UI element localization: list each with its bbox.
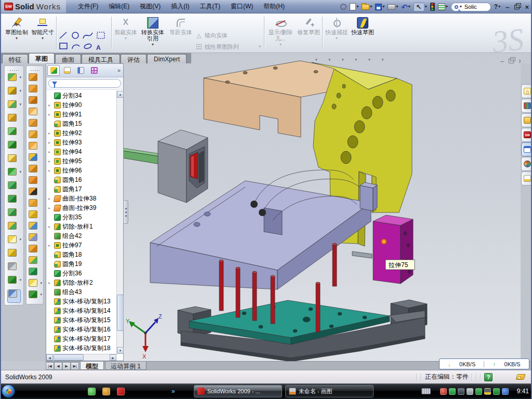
parting-line-icon[interactable]: ▾ — [28, 153, 42, 165]
panel-chevron[interactable]: » — [117, 67, 122, 73]
tree-item[interactable]: ▸ 分割34 — [46, 91, 116, 100]
scroll-up-button[interactable]: ▲ — [117, 91, 124, 98]
cosmetic-thread-icon[interactable]: ▾ — [7, 235, 21, 249]
propertymanager-tab[interactable] — [61, 65, 73, 76]
tree-item[interactable]: ▸ 实体-移动/复制17 — [46, 334, 116, 343]
sketch-button[interactable]: 草图绘制▾ — [4, 16, 29, 51]
zoom-to-selection-icon[interactable]: ▾ — [280, 56, 291, 64]
panel-splitter-handle[interactable]: ◀◀◀ — [124, 200, 128, 224]
tree-item[interactable]: ▸ 拉伸96 — [46, 166, 116, 175]
offset-entities-button[interactable]: 等距实体 — [168, 16, 193, 51]
appearances-tab[interactable] — [521, 157, 532, 171]
pin-icon[interactable] — [340, 4, 347, 10]
parting-surface-icon[interactable]: ▾ — [28, 233, 42, 245]
boss-icon[interactable]: ▾ — [7, 127, 21, 141]
study-tab[interactable]: 运动算例 1 — [105, 362, 147, 370]
update-tray-icon[interactable] — [458, 388, 464, 395]
tree-item[interactable]: ▸ 分割36 — [46, 269, 116, 278]
horizontal-scroll-thumb[interactable] — [54, 354, 84, 361]
quick-launch-overflow[interactable]: » — [171, 388, 175, 395]
part-slide-block[interactable] — [373, 215, 413, 284]
part-insert-small[interactable] — [360, 182, 377, 211]
display-delete-relations-button[interactable]: 显示/删除几...▾ — [267, 16, 294, 51]
scene-icon[interactable]: ▾ — [360, 56, 370, 64]
convert-entities-button[interactable]: 转换实体引用▾ — [139, 16, 166, 51]
taskbar-clock[interactable]: 9:41 — [517, 388, 529, 395]
tree-item[interactable]: ▸ 圆角15 — [46, 119, 116, 128]
tree-item[interactable]: ▸ 分割35 — [46, 212, 116, 222]
mirror-entities-button[interactable]: △ 镜向实体 — [195, 30, 228, 41]
tree-item[interactable]: ▸ 圆角19 — [46, 259, 116, 269]
surface-swap-icon[interactable]: ▾ — [28, 119, 42, 130]
surface-stack-icon[interactable]: ▾ — [28, 165, 42, 176]
options-button[interactable]: ▾ — [438, 4, 448, 10]
search-box[interactable]: ▾ — [451, 3, 491, 11]
delete-face-icon[interactable]: ▾ — [28, 188, 42, 199]
tree-item[interactable]: ▸ 圆角17 — [46, 184, 116, 194]
protection-tray-icon[interactable] — [493, 388, 500, 395]
tree-item[interactable]: ▸ 拉伸93 — [46, 138, 116, 147]
minimize-button[interactable]: – — [503, 4, 511, 10]
split-feature-icon[interactable]: ▾ — [7, 208, 21, 222]
reference-plane-icon[interactable]: ▾ — [7, 249, 21, 262]
tree-item[interactable]: ▸ 拉伸94 — [46, 147, 116, 156]
mold-fillet-icon[interactable]: ▾ — [28, 256, 42, 268]
swept-surface-icon[interactable]: ▾ — [28, 73, 42, 85]
elbow-surface-icon[interactable]: ▾ — [28, 176, 42, 188]
solidworks-search-tab[interactable]: SW — [521, 128, 532, 142]
print-button[interactable]: ▾ — [388, 4, 398, 10]
featuremanager-tab[interactable] — [47, 65, 60, 76]
pattern-icon[interactable]: ▾ — [7, 168, 21, 181]
smart-dimension-button[interactable]: 智能尺寸▾ — [30, 16, 55, 51]
save-button[interactable]: ▾ — [375, 4, 384, 10]
tree-item[interactable]: ▸ 拉伸95 — [46, 156, 116, 166]
extruded-boss-icon[interactable]: ▾ — [7, 87, 21, 100]
move-copy-body-icon[interactable]: ▾ — [7, 222, 21, 235]
antivirus-tray-icon[interactable] — [440, 388, 447, 395]
view-orientation-icon[interactable]: ▾ — [307, 56, 317, 64]
keyboard-layout-icon[interactable] — [421, 388, 431, 394]
media-quick-icon[interactable] — [102, 388, 110, 395]
reference-axis-icon[interactable]: ▾ — [7, 262, 21, 276]
tab-nav-button[interactable]: |◀ — [46, 362, 54, 370]
tree-item[interactable]: ▸ 切除-放样1 — [46, 222, 116, 231]
surface-cut-icon[interactable]: ▾ — [28, 96, 42, 108]
doc-restore-button[interactable] — [509, 59, 514, 63]
tag-icon[interactable] — [515, 374, 526, 380]
ribbon-tab[interactable]: 草图 — [29, 53, 55, 63]
sync-tray-icon[interactable] — [475, 388, 482, 395]
surface-fill-icon[interactable]: ▾ — [28, 130, 42, 142]
solidworks-resources-tab[interactable]: ⌂ — [521, 84, 532, 98]
rebuild-lights-icon[interactable] — [430, 3, 435, 11]
tree-item[interactable]: ▸ 组合42 — [46, 231, 116, 241]
rapid-sketch-button[interactable]: 快速草图 — [350, 16, 375, 51]
tab-nav-button[interactable]: ◀ — [54, 362, 62, 370]
quick-tips-button[interactable]: ? — [484, 373, 493, 381]
menu-item[interactable]: 帮助(H) — [259, 1, 289, 12]
tree-item[interactable]: ▸ 圆角16 — [46, 175, 116, 184]
hide-show-items-icon[interactable]: ▾ — [333, 56, 344, 64]
scroll-left-button[interactable]: ◀ — [46, 354, 53, 361]
undo-button[interactable]: ↶▾ — [401, 3, 410, 11]
new-document-button[interactable]: ▾ — [350, 3, 358, 10]
part-insert-block[interactable] — [158, 130, 208, 203]
linear-pattern-button[interactable]: 线性草图阵列 ▾ — [195, 42, 261, 52]
combine-feature-icon[interactable]: ▾ — [7, 195, 21, 208]
display-style-icon[interactable]: ▾ — [320, 56, 331, 64]
section-view-icon[interactable]: ▾ — [294, 56, 304, 64]
solidworks-quick-icon[interactable] — [117, 388, 125, 395]
configurationmanager-tab[interactable] — [74, 65, 87, 76]
doc-minimize-button[interactable]: – — [500, 57, 504, 65]
zoom-area-icon[interactable]: ▾ — [267, 56, 278, 64]
model-view[interactable]: Y Z X 拉伸75 — [124, 53, 521, 361]
volume-tray-icon[interactable] — [467, 388, 473, 395]
instant3d-icon[interactable]: ▾ — [7, 289, 21, 303]
curves-icon[interactable]: ▾ — [28, 290, 42, 302]
ribbon-tab[interactable]: DimXpert — [147, 54, 187, 63]
tree-item[interactable]: ▸ 拉伸91 — [46, 110, 116, 119]
taskbar-window-button[interactable]: 未命名 - 画图 — [285, 385, 374, 397]
wrap-icon[interactable]: ▾ — [7, 114, 21, 127]
tree-item[interactable]: ▸ 实体-移动/复制16 — [46, 325, 116, 334]
custom-properties-tab[interactable] — [521, 171, 532, 185]
planar-surface-icon[interactable]: ▾ — [28, 142, 42, 153]
